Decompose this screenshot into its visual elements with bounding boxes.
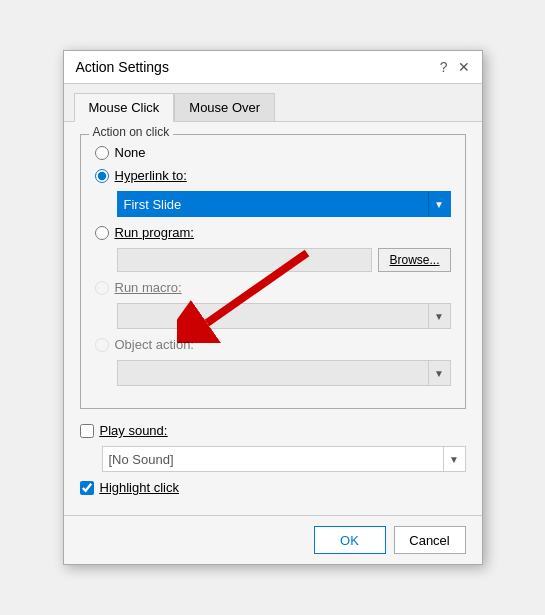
hyperlink-label[interactable]: Hyperlink to:: [115, 168, 187, 183]
tab-mouse-over[interactable]: Mouse Over: [174, 93, 275, 122]
cancel-button[interactable]: Cancel: [394, 526, 466, 554]
run-program-input[interactable]: [117, 248, 373, 272]
play-sound-label[interactable]: Play sound:: [100, 423, 168, 438]
dialog-title: Action Settings: [76, 59, 169, 75]
run-macro-input-row: ▼: [117, 303, 451, 329]
play-sound-checkbox[interactable]: [80, 424, 94, 438]
hyperlink-value: First Slide: [118, 197, 428, 212]
close-icon[interactable]: ✕: [458, 60, 470, 74]
tabs-bar: Mouse Click Mouse Over: [64, 84, 482, 122]
hyperlink-dropdown-arrow[interactable]: ▼: [428, 192, 450, 216]
run-macro-row: Run macro:: [95, 280, 451, 295]
object-action-label: Object action:: [115, 337, 195, 352]
browse-button[interactable]: Browse...: [378, 248, 450, 272]
highlight-click-label[interactable]: Highlight click: [100, 480, 179, 495]
run-program-label[interactable]: Run program:: [115, 225, 194, 240]
dialog-body: Action on click None Hyperlink to: First…: [64, 122, 482, 515]
dialog-footer: OK Cancel: [64, 515, 482, 564]
run-program-input-row: Browse...: [117, 248, 451, 272]
play-sound-value: [No Sound]: [103, 452, 443, 467]
none-row: None: [95, 145, 451, 160]
run-program-row: Run program:: [95, 225, 451, 240]
object-action-dropdown: ▼: [117, 360, 451, 386]
play-sound-dropdown[interactable]: [No Sound] ▼: [102, 446, 466, 472]
action-on-click-group: Action on click None Hyperlink to: First…: [80, 134, 466, 409]
object-action-radio[interactable]: [95, 338, 109, 352]
ok-button[interactable]: OK: [314, 526, 386, 554]
title-bar-icons: ? ✕: [440, 60, 470, 74]
hyperlink-dropdown-row: First Slide ▼: [117, 191, 451, 217]
play-sound-arrow[interactable]: ▼: [443, 447, 465, 471]
hyperlink-row: Hyperlink to:: [95, 168, 451, 183]
none-radio[interactable]: [95, 146, 109, 160]
none-label[interactable]: None: [115, 145, 146, 160]
group-legend: Action on click: [89, 125, 174, 139]
highlight-click-checkbox[interactable]: [80, 481, 94, 495]
run-macro-radio[interactable]: [95, 281, 109, 295]
highlight-click-row: Highlight click: [80, 480, 466, 495]
object-action-input-row: ▼: [117, 360, 451, 386]
play-sound-dropdown-row: [No Sound] ▼: [102, 446, 466, 472]
action-settings-dialog: Action Settings ? ✕ Mouse Click Mouse Ov…: [63, 50, 483, 565]
object-action-row: Object action:: [95, 337, 451, 352]
help-icon[interactable]: ?: [440, 60, 448, 74]
run-program-radio[interactable]: [95, 226, 109, 240]
run-macro-dropdown: ▼: [117, 303, 451, 329]
hyperlink-dropdown[interactable]: First Slide ▼: [117, 191, 451, 217]
play-sound-row: Play sound:: [80, 423, 466, 438]
run-macro-label: Run macro:: [115, 280, 182, 295]
hyperlink-radio[interactable]: [95, 169, 109, 183]
tab-mouse-click[interactable]: Mouse Click: [74, 93, 175, 122]
title-bar: Action Settings ? ✕: [64, 51, 482, 84]
